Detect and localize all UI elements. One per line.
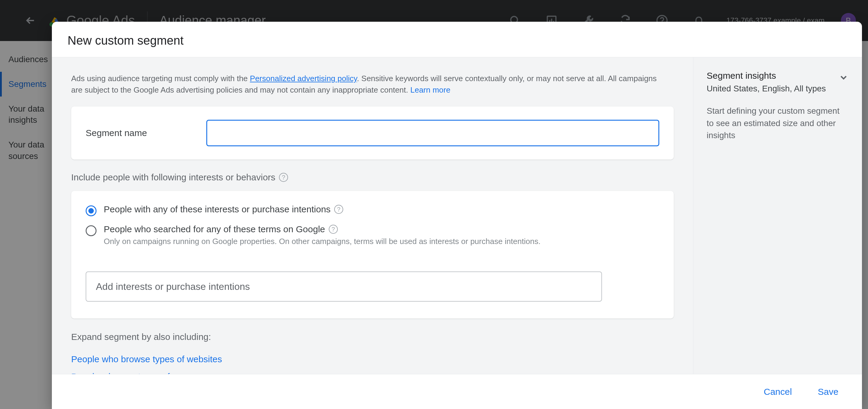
expand-link-websites[interactable]: People who browse types of websites <box>71 354 674 364</box>
radio-search-terms[interactable] <box>86 225 96 236</box>
radio-interests[interactable] <box>86 206 96 216</box>
expand-section-title: Expand segment by also including: <box>71 332 674 342</box>
radio-search-terms-label[interactable]: People who searched for any of these ter… <box>104 224 540 234</box>
learn-more-link[interactable]: Learn more <box>410 85 450 94</box>
radio-search-terms-sub: Only on campaigns running on Google prop… <box>104 237 540 246</box>
segment-name-label: Segment name <box>86 128 188 138</box>
radio-interests-label[interactable]: People with any of these interests or pu… <box>104 204 343 215</box>
help-icon[interactable]: ? <box>279 173 288 182</box>
cancel-button[interactable]: Cancel <box>758 382 797 402</box>
segment-name-input[interactable] <box>206 120 659 146</box>
include-section-title: Include people with following interests … <box>71 172 674 183</box>
targeting-options-card: People with any of these interests or pu… <box>71 191 674 318</box>
insights-description: Start defining your custom segment to se… <box>707 105 849 142</box>
help-icon[interactable]: ? <box>329 225 338 234</box>
help-icon[interactable]: ? <box>334 205 343 214</box>
interests-input[interactable] <box>86 272 602 302</box>
policy-notice: Ads using audience targeting must comply… <box>71 73 668 96</box>
insights-title: Segment insights <box>707 70 826 81</box>
expand-link-apps[interactable]: People who use types of apps <box>71 372 674 374</box>
save-button[interactable]: Save <box>812 382 844 402</box>
new-custom-segment-dialog: New custom segment Ads using audience ta… <box>52 22 862 409</box>
dialog-title: New custom segment <box>67 34 846 48</box>
segment-name-card: Segment name <box>71 106 674 160</box>
chevron-down-icon[interactable] <box>838 72 849 83</box>
segment-insights-panel: Segment insights United States, English,… <box>693 57 862 374</box>
insights-subtitle: United States, English, All types <box>707 84 826 94</box>
policy-link[interactable]: Personalized advertising policy <box>250 74 357 83</box>
